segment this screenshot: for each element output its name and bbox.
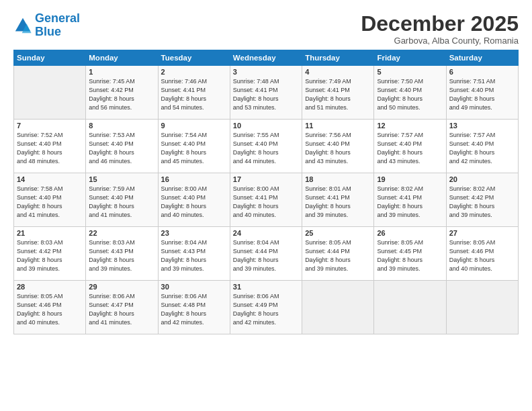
day-number: 1 (89, 68, 154, 76)
day-number: 6 (449, 68, 515, 76)
day-cell: 12Sunrise: 7:57 AM Sunset: 4:40 PM Dayli… (374, 120, 446, 173)
day-number: 3 (233, 68, 299, 76)
day-number: 14 (17, 175, 83, 183)
day-info: Sunrise: 8:04 AM Sunset: 4:43 PM Dayligh… (161, 238, 227, 273)
day-info: Sunrise: 7:56 AM Sunset: 4:40 PM Dayligh… (305, 131, 371, 166)
day-cell: 29Sunrise: 8:06 AM Sunset: 4:47 PM Dayli… (86, 281, 158, 334)
day-number: 24 (233, 229, 299, 237)
day-number: 26 (377, 229, 443, 237)
day-number: 21 (17, 229, 83, 237)
day-cell: 25Sunrise: 8:05 AM Sunset: 4:44 PM Dayli… (302, 227, 374, 281)
day-info: Sunrise: 7:46 AM Sunset: 4:41 PM Dayligh… (161, 77, 227, 112)
day-number: 19 (377, 175, 443, 183)
day-cell: 31Sunrise: 8:06 AM Sunset: 4:49 PM Dayli… (230, 281, 302, 334)
day-cell: 3Sunrise: 7:48 AM Sunset: 4:41 PM Daylig… (230, 66, 302, 120)
day-info: Sunrise: 7:57 AM Sunset: 4:40 PM Dayligh… (377, 131, 443, 166)
logo: General Blue (13, 12, 80, 39)
logo-general: General (35, 11, 80, 25)
calendar-table: SundayMondayTuesdayWednesdayThursdayFrid… (13, 50, 519, 334)
day-cell: 20Sunrise: 8:02 AM Sunset: 4:42 PM Dayli… (446, 173, 518, 227)
day-number: 10 (233, 122, 299, 130)
day-number: 2 (161, 68, 227, 76)
day-info: Sunrise: 7:48 AM Sunset: 4:41 PM Dayligh… (233, 77, 299, 112)
day-info: Sunrise: 8:02 AM Sunset: 4:42 PM Dayligh… (449, 185, 515, 220)
day-cell (302, 281, 374, 334)
location: Garbova, Alba County, Romania (361, 36, 519, 46)
day-info: Sunrise: 8:01 AM Sunset: 4:41 PM Dayligh… (305, 185, 371, 220)
logo-icon (13, 16, 32, 35)
day-cell: 26Sunrise: 8:05 AM Sunset: 4:45 PM Dayli… (374, 227, 446, 281)
day-number: 16 (161, 175, 227, 183)
day-info: Sunrise: 7:54 AM Sunset: 4:40 PM Dayligh… (161, 131, 227, 166)
day-info: Sunrise: 8:05 AM Sunset: 4:46 PM Dayligh… (449, 238, 515, 273)
day-info: Sunrise: 7:53 AM Sunset: 4:40 PM Dayligh… (89, 131, 154, 166)
day-info: Sunrise: 8:06 AM Sunset: 4:49 PM Dayligh… (233, 292, 299, 327)
day-info: Sunrise: 8:03 AM Sunset: 4:43 PM Dayligh… (89, 238, 154, 273)
week-row-4: 21Sunrise: 8:03 AM Sunset: 4:42 PM Dayli… (14, 227, 519, 281)
day-info: Sunrise: 7:52 AM Sunset: 4:40 PM Dayligh… (17, 131, 83, 166)
day-info: Sunrise: 7:57 AM Sunset: 4:40 PM Dayligh… (449, 131, 515, 166)
day-info: Sunrise: 8:05 AM Sunset: 4:44 PM Dayligh… (305, 238, 371, 273)
col-header-friday: Friday (374, 50, 446, 66)
day-info: Sunrise: 8:03 AM Sunset: 4:42 PM Dayligh… (17, 238, 83, 273)
col-header-saturday: Saturday (446, 50, 518, 66)
day-number: 17 (233, 175, 299, 183)
day-number: 28 (17, 283, 83, 291)
day-number: 27 (449, 229, 515, 237)
day-number: 15 (89, 175, 154, 183)
day-number: 23 (161, 229, 227, 237)
day-number: 18 (305, 175, 371, 183)
day-info: Sunrise: 7:55 AM Sunset: 4:40 PM Dayligh… (233, 131, 299, 166)
day-cell: 30Sunrise: 8:06 AM Sunset: 4:48 PM Dayli… (158, 281, 230, 334)
day-cell: 24Sunrise: 8:04 AM Sunset: 4:44 PM Dayli… (230, 227, 302, 281)
day-info: Sunrise: 7:49 AM Sunset: 4:41 PM Dayligh… (305, 77, 371, 112)
day-info: Sunrise: 8:00 AM Sunset: 4:41 PM Dayligh… (233, 185, 299, 220)
day-cell: 14Sunrise: 7:58 AM Sunset: 4:40 PM Dayli… (14, 173, 86, 227)
day-number: 30 (161, 283, 227, 291)
day-cell: 5Sunrise: 7:50 AM Sunset: 4:40 PM Daylig… (374, 66, 446, 120)
col-header-wednesday: Wednesday (230, 50, 302, 66)
day-number: 20 (449, 175, 515, 183)
day-info: Sunrise: 8:06 AM Sunset: 4:48 PM Dayligh… (161, 292, 227, 327)
day-number: 31 (233, 283, 299, 291)
week-row-5: 28Sunrise: 8:05 AM Sunset: 4:46 PM Dayli… (14, 281, 519, 334)
day-cell: 4Sunrise: 7:49 AM Sunset: 4:41 PM Daylig… (302, 66, 374, 120)
day-cell: 2Sunrise: 7:46 AM Sunset: 4:41 PM Daylig… (158, 66, 230, 120)
day-cell: 17Sunrise: 8:00 AM Sunset: 4:41 PM Dayli… (230, 173, 302, 227)
logo-text: General Blue (35, 12, 80, 39)
day-cell: 22Sunrise: 8:03 AM Sunset: 4:43 PM Dayli… (86, 227, 158, 281)
day-cell: 23Sunrise: 8:04 AM Sunset: 4:43 PM Dayli… (158, 227, 230, 281)
day-info: Sunrise: 8:06 AM Sunset: 4:47 PM Dayligh… (89, 292, 154, 327)
title-block: December 2025 Garbova, Alba County, Roma… (361, 12, 519, 46)
day-cell: 8Sunrise: 7:53 AM Sunset: 4:40 PM Daylig… (86, 120, 158, 173)
day-cell: 16Sunrise: 8:00 AM Sunset: 4:40 PM Dayli… (158, 173, 230, 227)
day-number: 25 (305, 229, 371, 237)
day-number: 7 (17, 122, 83, 130)
day-cell (14, 66, 86, 120)
day-cell: 1Sunrise: 7:45 AM Sunset: 4:42 PM Daylig… (86, 66, 158, 120)
day-cell: 18Sunrise: 8:01 AM Sunset: 4:41 PM Dayli… (302, 173, 374, 227)
day-cell: 15Sunrise: 7:59 AM Sunset: 4:40 PM Dayli… (86, 173, 158, 227)
day-cell: 10Sunrise: 7:55 AM Sunset: 4:40 PM Dayli… (230, 120, 302, 173)
day-number: 13 (449, 122, 515, 130)
day-info: Sunrise: 8:04 AM Sunset: 4:44 PM Dayligh… (233, 238, 299, 273)
day-info: Sunrise: 7:50 AM Sunset: 4:40 PM Dayligh… (377, 77, 443, 112)
day-info: Sunrise: 7:45 AM Sunset: 4:42 PM Dayligh… (89, 77, 154, 112)
day-cell: 27Sunrise: 8:05 AM Sunset: 4:46 PM Dayli… (446, 227, 518, 281)
day-cell: 11Sunrise: 7:56 AM Sunset: 4:40 PM Dayli… (302, 120, 374, 173)
day-cell: 7Sunrise: 7:52 AM Sunset: 4:40 PM Daylig… (14, 120, 86, 173)
day-cell: 19Sunrise: 8:02 AM Sunset: 4:41 PM Dayli… (374, 173, 446, 227)
day-number: 9 (161, 122, 227, 130)
day-info: Sunrise: 7:59 AM Sunset: 4:40 PM Dayligh… (89, 185, 154, 220)
day-cell: 6Sunrise: 7:51 AM Sunset: 4:40 PM Daylig… (446, 66, 518, 120)
col-header-monday: Monday (86, 50, 158, 66)
day-cell: 13Sunrise: 7:57 AM Sunset: 4:40 PM Dayli… (446, 120, 518, 173)
page: General Blue December 2025 Garbova, Alba… (0, 0, 532, 411)
day-number: 11 (305, 122, 371, 130)
header: General Blue December 2025 Garbova, Alba… (13, 12, 519, 46)
day-info: Sunrise: 8:00 AM Sunset: 4:40 PM Dayligh… (161, 185, 227, 220)
day-number: 8 (89, 122, 154, 130)
day-number: 29 (89, 283, 154, 291)
col-header-sunday: Sunday (14, 50, 86, 66)
header-row: SundayMondayTuesdayWednesdayThursdayFrid… (14, 50, 519, 66)
